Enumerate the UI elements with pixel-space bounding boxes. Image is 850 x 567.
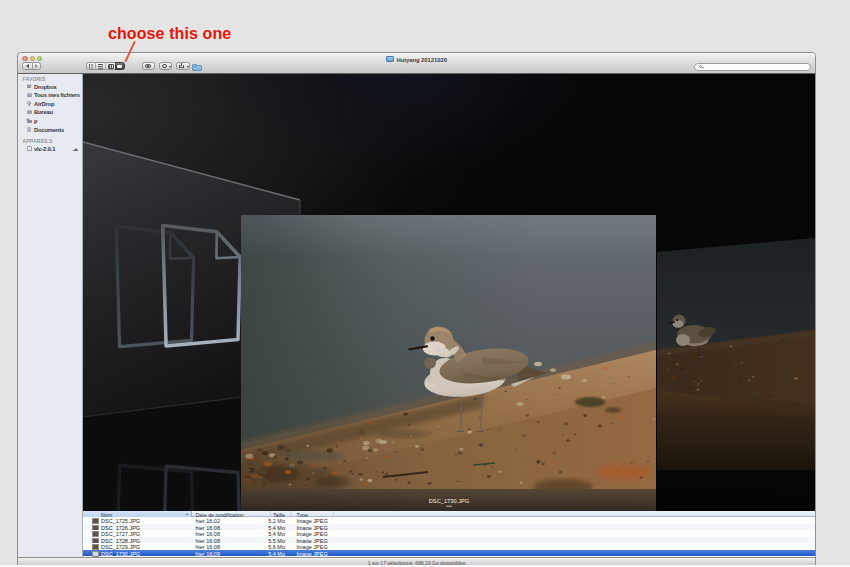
svg-text:DSC_1730.JPG: DSC_1730.JPG	[429, 497, 469, 503]
